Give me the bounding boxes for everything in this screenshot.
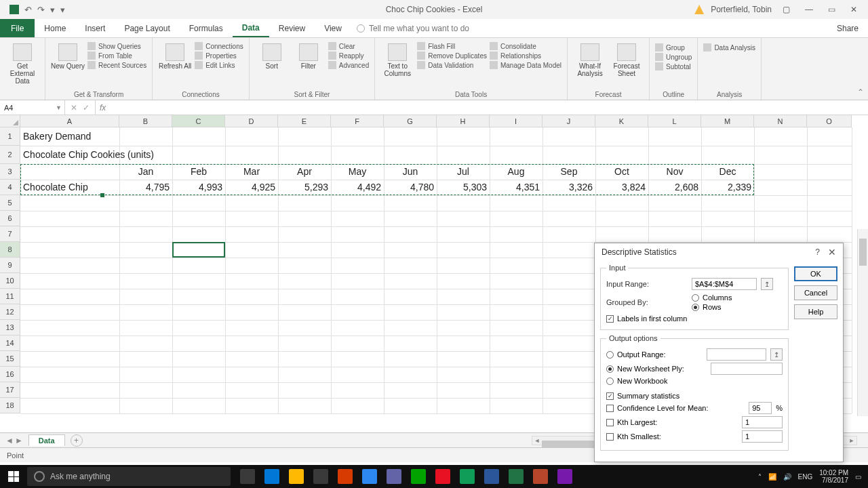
collapse-ribbon-button[interactable]: ⌃	[857, 87, 864, 97]
text-to-columns-button[interactable]: Text to Columns	[380, 41, 414, 77]
labels-first-column-check[interactable]: Labels in first column	[606, 314, 783, 323]
cancel-button[interactable]: Cancel	[794, 285, 837, 300]
clock[interactable]: 10:02 PM7/8/2017	[819, 469, 848, 484]
taskbar-app-13[interactable]	[553, 467, 576, 486]
col-header-N[interactable]: N	[754, 115, 807, 127]
what-if-analysis-button[interactable]: What-If Analysis	[573, 41, 607, 77]
tray-volume-icon[interactable]: 🔊	[783, 473, 791, 481]
grouped-rows-radio[interactable]: Rows	[692, 303, 732, 311]
data-analysis-button[interactable]: Data Analysis	[703, 41, 755, 52]
name-box[interactable]: A4▼	[0, 100, 65, 115]
reapply-button[interactable]: Reapply	[328, 52, 369, 60]
new-sheet-button[interactable]: +	[71, 434, 83, 447]
output-range-radio[interactable]: Output Range:	[606, 350, 666, 359]
tray-language[interactable]: ENG	[798, 473, 813, 481]
summary-statistics-check[interactable]: Summary statistics	[606, 392, 783, 400]
tab-formulas[interactable]: Formulas	[180, 19, 233, 37]
sheet-tab-data[interactable]: Data	[28, 434, 65, 446]
row-header-2[interactable]: 2	[0, 146, 20, 164]
edit-links-button[interactable]: Edit Links	[195, 61, 243, 69]
row-header-1[interactable]: 1	[0, 127, 20, 146]
kth-smallest-check[interactable]: Kth Smallest:	[606, 432, 661, 441]
advanced-button[interactable]: Advanced	[328, 61, 369, 69]
forecast-sheet-button[interactable]: Forecast Sheet	[610, 41, 644, 77]
from-table-button[interactable]: From Table	[87, 52, 146, 60]
tray-chevron-icon[interactable]: ˄	[758, 473, 762, 481]
start-button[interactable]	[0, 471, 27, 482]
undo-button[interactable]: ↶	[24, 5, 32, 15]
cell-M3[interactable]: Dec	[701, 164, 754, 180]
taskbar-app-8[interactable]	[431, 467, 454, 486]
row-header-9[interactable]: 9	[0, 258, 20, 273]
save-button[interactable]: ▾	[50, 5, 55, 15]
col-header-O[interactable]: O	[807, 115, 852, 127]
manage-data-model-button[interactable]: Manage Data Model	[490, 61, 561, 69]
cell-K3[interactable]: Oct	[595, 164, 648, 180]
tab-page-layout[interactable]: Page Layout	[115, 19, 179, 37]
notifications-icon[interactable]: ▭	[855, 473, 861, 481]
get-external-data-button[interactable]: Get External Data	[5, 41, 39, 85]
tell-me[interactable]: Tell me what you want to do	[357, 19, 469, 37]
row-header-3[interactable]: 3	[0, 164, 20, 180]
recent-sources-button[interactable]: Recent Sources	[87, 61, 146, 69]
confidence-level-field[interactable]	[749, 402, 772, 414]
sort-button[interactable]: Sort	[255, 41, 289, 70]
input-range-picker[interactable]: ↥	[761, 278, 773, 290]
cell-A4[interactable]: Chocolate Chip	[20, 180, 119, 195]
clear-button[interactable]: Clear	[328, 42, 369, 50]
cell-C4[interactable]: 4,993	[172, 180, 225, 195]
cell-F3[interactable]: May	[331, 164, 384, 180]
taskbar-app-6[interactable]	[382, 467, 406, 486]
dialog-close-button[interactable]: ✕	[828, 247, 836, 258]
filter-button[interactable]: Filter	[292, 41, 326, 70]
cell-K4[interactable]: 3,824	[595, 180, 648, 195]
cell-D3[interactable]: Mar	[225, 164, 278, 180]
kth-largest-field[interactable]	[742, 416, 783, 428]
qat-customize[interactable]: ▾	[60, 5, 65, 15]
select-all-corner[interactable]	[0, 115, 20, 127]
kth-smallest-field[interactable]	[742, 430, 783, 443]
row-header-14[interactable]: 14	[0, 336, 20, 351]
row-header-13[interactable]: 13	[0, 320, 20, 336]
output-range-field[interactable]	[707, 348, 766, 361]
col-header-H[interactable]: H	[437, 115, 490, 127]
minimize-button[interactable]: —	[801, 5, 817, 14]
col-header-L[interactable]: L	[648, 115, 701, 127]
taskbar-app-2[interactable]	[285, 467, 308, 486]
ok-button[interactable]: OK	[794, 266, 837, 281]
enter-formula-icon[interactable]: ✓	[83, 103, 90, 113]
taskbar-app-7[interactable]	[407, 467, 430, 486]
output-range-picker[interactable]: ↥	[770, 348, 783, 361]
col-header-G[interactable]: G	[384, 115, 437, 127]
row-header-17[interactable]: 17	[0, 382, 20, 398]
row-header-6[interactable]: 6	[0, 211, 20, 226]
row-header-4[interactable]: 4	[0, 180, 20, 195]
col-header-C[interactable]: C	[172, 115, 225, 127]
taskbar-app-9[interactable]	[456, 467, 479, 486]
ungroup-button[interactable]: Ungroup	[655, 53, 692, 61]
cancel-formula-icon[interactable]: ✕	[71, 103, 77, 113]
relationships-button[interactable]: Relationships	[490, 52, 561, 60]
kth-largest-check[interactable]: Kth Largest:	[606, 418, 657, 426]
col-header-B[interactable]: B	[119, 115, 172, 127]
new-query-button[interactable]: New Query	[51, 41, 85, 70]
cell-M4[interactable]: 2,339	[701, 180, 754, 195]
formula-input[interactable]: fx	[96, 100, 868, 115]
data-validation-button[interactable]: Data Validation	[417, 61, 487, 69]
cell-B3[interactable]: Jan	[119, 164, 172, 180]
redo-button[interactable]: ↷	[37, 5, 45, 15]
cell-B4[interactable]: 4,795	[119, 180, 172, 195]
row-header-5[interactable]: 5	[0, 195, 20, 211]
cell-G3[interactable]: Jun	[384, 164, 437, 180]
cell-C3[interactable]: Feb	[172, 164, 225, 180]
taskbar-app-12[interactable]	[529, 467, 552, 486]
dialog-help-icon[interactable]: ?	[815, 247, 820, 257]
col-header-I[interactable]: I	[490, 115, 542, 127]
cell-L4[interactable]: 2,608	[648, 180, 701, 195]
tray-network-icon[interactable]: 📶	[768, 473, 776, 481]
row-header-10[interactable]: 10	[0, 273, 20, 289]
col-header-D[interactable]: D	[225, 115, 278, 127]
tab-insert[interactable]: Insert	[75, 19, 115, 37]
connections-button[interactable]: Connections	[195, 42, 243, 50]
row-header-18[interactable]: 18	[0, 398, 20, 413]
